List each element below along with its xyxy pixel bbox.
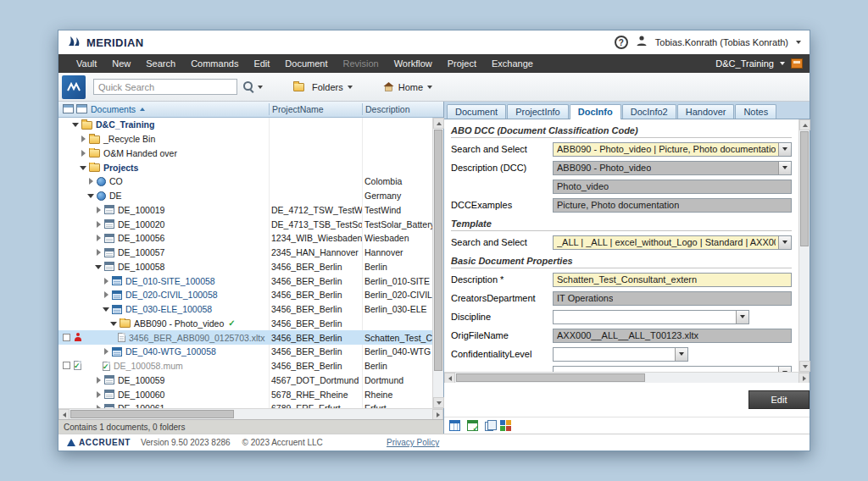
column-header-documents[interactable]: Documents xyxy=(91,104,145,114)
scroll-up-button[interactable] xyxy=(433,118,444,129)
scroll-thumb[interactable] xyxy=(456,373,645,382)
tab-docinfo[interactable]: DocInfo xyxy=(570,104,621,119)
menu-document[interactable]: Document xyxy=(277,54,335,73)
chevron-down-icon[interactable] xyxy=(780,62,785,65)
tree-row-de-020-civil-100058[interactable]: DE_020-CIVIL_1000583456_BER_BerlinBerlin… xyxy=(58,288,432,302)
chevron-down-icon[interactable] xyxy=(427,86,432,89)
scroll-track[interactable] xyxy=(70,409,432,419)
form-horizontal-scrollbar[interactable] xyxy=(444,372,810,383)
field-discipline[interactable] xyxy=(553,310,749,324)
tree-row-de[interactable]: DEGermany xyxy=(58,189,432,203)
collapse-icon[interactable] xyxy=(80,163,88,172)
column-header-projectname[interactable]: ProjectName xyxy=(272,104,324,114)
dropdown-button[interactable] xyxy=(736,311,748,323)
form-vertical-scrollbar[interactable] xyxy=(798,119,810,372)
tree-vertical-scrollbar[interactable] xyxy=(432,118,443,408)
tiles-icon[interactable] xyxy=(500,420,511,431)
tree-horizontal-scrollbar[interactable] xyxy=(58,408,443,419)
vault-context-menu[interactable]: D&C_Training xyxy=(715,58,774,69)
collapse-icon[interactable] xyxy=(72,120,81,129)
chevron-down-icon[interactable] xyxy=(348,86,353,89)
home-button[interactable]: Home xyxy=(378,79,437,96)
scroll-track[interactable] xyxy=(455,373,798,383)
menu-search[interactable]: Search xyxy=(138,54,183,73)
scroll-up-button[interactable] xyxy=(799,119,810,130)
expand-icon[interactable] xyxy=(103,277,111,285)
expand-icon[interactable] xyxy=(95,248,103,257)
search-button[interactable] xyxy=(242,80,264,94)
tab-document[interactable]: Document xyxy=(447,104,506,119)
checked-grid-icon[interactable] xyxy=(467,420,478,431)
menu-commands[interactable]: Commands xyxy=(183,54,246,73)
scroll-track[interactable] xyxy=(433,129,443,397)
scroll-thumb[interactable] xyxy=(434,130,442,371)
collapse-icon[interactable] xyxy=(87,191,96,200)
expand-icon[interactable] xyxy=(87,177,96,185)
field-search-and-select[interactable]: ABB090 - Photo_video | Picture, Photo do… xyxy=(553,142,792,157)
dropdown-button[interactable] xyxy=(778,367,791,373)
scroll-thumb[interactable] xyxy=(800,131,809,246)
tree-row-3456-ber-abb090-0125703-xltx[interactable]: 3456_BER_ABB090_0125703.xltx3456_BER_Ber… xyxy=(58,330,432,345)
expand-icon[interactable] xyxy=(95,376,103,384)
tree-row-recycle-bin[interactable]: _Recycle Bin xyxy=(58,132,432,147)
menu-new[interactable]: New xyxy=(104,54,138,73)
dropdown-button[interactable] xyxy=(675,348,687,361)
edit-button[interactable]: Edit xyxy=(748,390,810,409)
tab-handover[interactable]: Handover xyxy=(677,104,735,119)
tree-row-o-m-handed-over[interactable]: O&M Handed over xyxy=(58,147,432,161)
expand-icon[interactable] xyxy=(95,404,103,408)
chevron-down-icon[interactable] xyxy=(796,41,801,44)
tab-docinfo2[interactable]: DocInfo2 xyxy=(622,104,676,119)
dropdown-button[interactable] xyxy=(778,143,791,156)
tree-row-d-c-training[interactable]: D&C_Training xyxy=(58,118,432,132)
menu-edit[interactable]: Edit xyxy=(246,54,277,73)
tree-row-de-010-site-100058[interactable]: DE_010-SITE_1000583456_BER_BerlinBerlin_… xyxy=(58,274,432,288)
expand-icon[interactable] xyxy=(103,347,111,356)
meridian-app-icon[interactable] xyxy=(62,75,86,99)
scroll-thumb[interactable] xyxy=(70,410,234,418)
expand-icon[interactable] xyxy=(95,390,103,399)
menu-workflow[interactable]: Workflow xyxy=(387,54,440,73)
dropdown-button[interactable] xyxy=(778,162,791,174)
tree-row-de-100019[interactable]: DE_100019DE_4712_TSW_TestWindTestWind xyxy=(58,203,432,218)
navigation-pane-icon[interactable] xyxy=(63,104,74,113)
expand-icon[interactable] xyxy=(95,206,103,214)
field-description[interactable]: Schatten_Test_Consultant_extern xyxy=(553,273,792,287)
tree-row-de-100058-mum[interactable]: DE_100058.mum3456_BER_BerlinBerlin xyxy=(58,359,432,373)
menu-exchange[interactable]: Exchange xyxy=(484,54,541,73)
tree-row-abb090-photo-video[interactable]: ABB090 - Photo_video✓3456_BER_Berlin xyxy=(58,317,432,331)
tab-notes[interactable]: Notes xyxy=(735,104,776,119)
tree-row-de-100059[interactable]: DE_1000594567_DOT_DortmundDortmund xyxy=(58,373,432,388)
tree-row-co[interactable]: COColombia xyxy=(58,174,432,189)
search-input[interactable] xyxy=(93,79,237,95)
field-value[interactable] xyxy=(553,366,792,373)
expand-icon[interactable] xyxy=(103,290,111,299)
chevron-down-icon[interactable] xyxy=(258,86,263,89)
expand-icon[interactable] xyxy=(95,234,103,242)
tree-row-de-100020[interactable]: DE_100020DE_4713_TSB_TestSola...TestSola… xyxy=(58,217,432,231)
tree-row-de-030-ele-100058[interactable]: DE_030-ELE_1000583456_BER_BerlinBerlin_0… xyxy=(58,302,432,317)
tree-row-de-100061[interactable]: DE_1000616789_ERF_ErfurtErfurt xyxy=(58,401,432,408)
menu-project[interactable]: Project xyxy=(440,54,484,73)
tree-row-projects[interactable]: Projects xyxy=(58,160,432,174)
collapse-icon[interactable] xyxy=(103,305,111,313)
column-header-description[interactable]: Description xyxy=(365,104,410,114)
tree-row-de-100057[interactable]: DE_1000572345_HAN_HannoverHannover xyxy=(58,246,432,260)
menu-vault[interactable]: Vault xyxy=(69,54,104,73)
scroll-track[interactable] xyxy=(799,130,810,361)
expand-icon[interactable] xyxy=(80,135,88,143)
tree-row-de-100060[interactable]: DE_1000605678_RHE_RheineRheine xyxy=(58,387,432,401)
copy-pages-icon[interactable] xyxy=(485,422,493,431)
privacy-policy-link[interactable]: Privacy Policy xyxy=(387,438,439,447)
tab-projectinfo[interactable]: ProjectInfo xyxy=(507,104,569,119)
vault-icon[interactable] xyxy=(791,58,803,69)
collapse-icon[interactable] xyxy=(95,263,103,271)
expand-icon[interactable] xyxy=(95,220,103,229)
row-checkbox[interactable] xyxy=(63,334,70,341)
tree-row-de-040-wtg-100058[interactable]: DE_040-WTG_1000583456_BER_BerlinBerlin_0… xyxy=(58,345,432,359)
documents-pane-icon[interactable] xyxy=(76,104,87,113)
row-checkbox[interactable] xyxy=(63,362,70,369)
tree-row-de-100056[interactable]: DE_1000561234_WIB_WiesbadenWiesbaden xyxy=(58,231,432,246)
folders-button[interactable]: Folders xyxy=(288,80,358,95)
property-grid-icon[interactable] xyxy=(449,420,460,431)
